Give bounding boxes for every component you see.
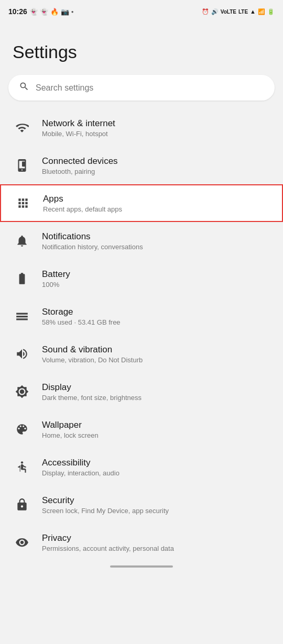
snapchat-icon: 👻 (29, 8, 38, 16)
search-placeholder: Search settings (36, 83, 93, 93)
search-bar[interactable]: Search settings (8, 75, 275, 101)
lte2-icon: LTE (238, 9, 248, 15)
nav-indicator (110, 565, 173, 568)
accessibility-text: Accessibility Display, interaction, audi… (42, 458, 119, 477)
dot-icon: ● (71, 9, 74, 14)
wifi-icon (13, 118, 31, 137)
connected-devices-text: Connected devices Bluetooth, pairing (42, 156, 118, 175)
notifications-icon (13, 231, 31, 250)
storage-text: Storage 58% used · 53.41 GB free (42, 307, 121, 326)
settings-item-connected-devices[interactable]: Connected devices Bluetooth, pairing (0, 147, 283, 184)
network-text: Network & internet Mobile, Wi-Fi, hotspo… (42, 118, 115, 138)
security-text: Security Screen lock, Find My Device, ap… (42, 495, 169, 515)
apps-icon (14, 194, 32, 213)
time-display: 10:26 (8, 7, 27, 16)
page-title: Settings (13, 42, 270, 62)
status-icons: ⏰ 🔊 VoLTE LTE ▲ 📶 🔋 (202, 8, 275, 15)
settings-item-privacy[interactable]: Privacy Permissions, account activity, p… (0, 524, 283, 561)
settings-item-apps[interactable]: Apps Recent apps, default apps (0, 184, 283, 222)
search-container[interactable]: Search settings (0, 71, 283, 109)
page-header: Settings (0, 21, 283, 71)
apps-title: Apps (43, 194, 122, 204)
snapchat2-icon: 👻 (40, 8, 48, 16)
battery-status-icon: 🔋 (267, 8, 275, 15)
network-subtitle: Mobile, Wi-Fi, hotspot (42, 130, 115, 138)
display-text: Display Dark theme, font size, brightnes… (42, 382, 142, 402)
signal-icon: ▲ (250, 8, 256, 15)
accessibility-title: Accessibility (42, 458, 119, 468)
storage-icon (13, 307, 31, 326)
storage-title: Storage (42, 307, 121, 317)
notifications-title: Notifications (42, 231, 143, 242)
signal2-icon: 📶 (258, 8, 265, 15)
svg-point-1 (21, 461, 23, 463)
sound-text: Sound & vibration Volume, vibration, Do … (42, 345, 143, 364)
search-icon (19, 81, 29, 94)
display-subtitle: Dark theme, font size, brightness (42, 394, 142, 402)
instagram-icon: 📷 (61, 8, 69, 16)
display-icon (13, 382, 31, 401)
connected-devices-icon (13, 156, 31, 175)
volume-icon: 🔊 (211, 8, 219, 15)
privacy-subtitle: Permissions, account activity, personal … (42, 545, 174, 552)
display-title: Display (42, 382, 142, 393)
settings-item-notifications[interactable]: Notifications Notification history, conv… (0, 222, 283, 260)
battery-subtitle: 100% (42, 281, 70, 288)
connected-devices-title: Connected devices (42, 156, 118, 166)
battery-text: Battery 100% (42, 269, 70, 288)
settings-item-display[interactable]: Display Dark theme, font size, brightnes… (0, 373, 283, 410)
settings-item-battery[interactable]: Battery 100% (0, 260, 283, 297)
apps-subtitle: Recent apps, default apps (43, 205, 122, 213)
sound-icon (13, 345, 31, 363)
wallpaper-subtitle: Home, lock screen (42, 431, 99, 439)
battery-title: Battery (42, 269, 70, 280)
alarm-icon: ⏰ (202, 8, 209, 15)
privacy-text: Privacy Permissions, account activity, p… (42, 533, 174, 552)
security-icon (13, 495, 31, 514)
storage-subtitle: 58% used · 53.41 GB free (42, 318, 121, 326)
apps-text: Apps Recent apps, default apps (43, 194, 122, 213)
privacy-icon (13, 533, 31, 552)
notifications-text: Notifications Notification history, conv… (42, 231, 143, 251)
sound-title: Sound & vibration (42, 345, 143, 355)
status-bar: 10:26 👻 👻 🔥 📷 ● ⏰ 🔊 VoLTE LTE ▲ 📶 🔋 (0, 0, 283, 21)
battery-icon (13, 269, 31, 288)
privacy-title: Privacy (42, 533, 174, 543)
settings-item-wallpaper[interactable]: Wallpaper Home, lock screen (0, 410, 283, 448)
security-title: Security (42, 495, 169, 506)
connected-devices-subtitle: Bluetooth, pairing (42, 168, 118, 175)
settings-item-accessibility[interactable]: Accessibility Display, interaction, audi… (0, 448, 283, 486)
status-time: 10:26 👻 👻 🔥 📷 ● (8, 7, 74, 16)
notifications-subtitle: Notification history, conversations (42, 243, 143, 251)
sound-subtitle: Volume, vibration, Do Not Disturb (42, 356, 143, 364)
settings-item-sound[interactable]: Sound & vibration Volume, vibration, Do … (0, 335, 283, 373)
svg-rect-0 (22, 161, 26, 166)
wallpaper-icon (13, 420, 31, 439)
settings-item-security[interactable]: Security Screen lock, Find My Device, ap… (0, 486, 283, 524)
settings-item-storage[interactable]: Storage 58% used · 53.41 GB free (0, 297, 283, 335)
security-subtitle: Screen lock, Find My Device, app securit… (42, 507, 169, 515)
network-title: Network & internet (42, 118, 115, 129)
wallpaper-text: Wallpaper Home, lock screen (42, 420, 99, 439)
wallpaper-title: Wallpaper (42, 420, 99, 430)
accessibility-icon (13, 458, 31, 476)
lte-icon: VoLTE (221, 9, 236, 15)
bottom-bar (0, 561, 283, 570)
settings-item-network[interactable]: Network & internet Mobile, Wi-Fi, hotspo… (0, 109, 283, 147)
settings-list: Network & internet Mobile, Wi-Fi, hotspo… (0, 109, 283, 561)
accessibility-subtitle: Display, interaction, audio (42, 469, 119, 477)
tinder-icon: 🔥 (50, 8, 59, 16)
